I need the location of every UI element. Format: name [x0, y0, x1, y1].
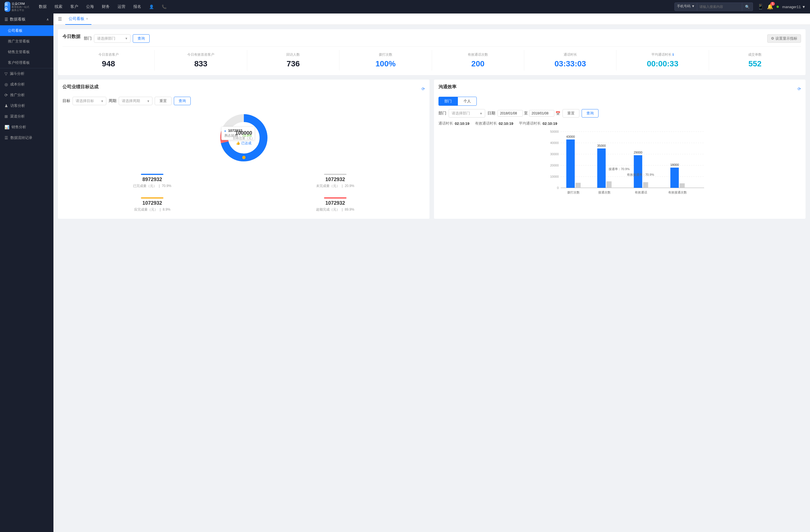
- search-type-select[interactable]: 手机号码 ▼: [675, 2, 697, 11]
- calendar-icon[interactable]: 📅: [555, 111, 560, 116]
- tablet-icon[interactable]: 📱: [757, 4, 764, 10]
- target-query-btn[interactable]: 查询: [174, 97, 191, 105]
- comm-tabs: 部门 个人: [438, 97, 801, 106]
- sidebar-item-data-flow[interactable]: ☰ 数据流转记录: [0, 132, 53, 143]
- svg-rect-18: [566, 139, 575, 188]
- sales-icon: 📊: [4, 125, 9, 129]
- cost-icon: ◎: [4, 82, 8, 87]
- comm-panel: 沟通效率 ⟳ 部门 个人 部门 请选择部门▾ 日期 至 📅 重置: [434, 80, 806, 219]
- stat-value-5: 03:33:03: [524, 59, 616, 68]
- bar-chart-svg: 50000 40000 30000 20000 10000 0: [453, 129, 801, 197]
- nav-customers[interactable]: 客户: [66, 0, 82, 14]
- comm-summary-2: 平均通话时长 02:10:19: [519, 121, 557, 126]
- period-label: 周期: [109, 98, 116, 103]
- comm-title: 沟通效率: [438, 84, 456, 90]
- sidebar-item-promo[interactable]: ⟳ 推广分析: [0, 90, 53, 100]
- user-info[interactable]: manager11 ▼: [782, 5, 806, 9]
- grid-bar-1: [324, 174, 346, 175]
- tab-company-board[interactable]: 公司看板 ×: [65, 14, 92, 25]
- comm-tab-dept[interactable]: 部门: [438, 97, 458, 106]
- svg-text:接通率：70.9%: 接通率：70.9%: [609, 167, 630, 171]
- date-from-input[interactable]: [498, 110, 523, 117]
- comm-dept-label: 部门: [438, 111, 446, 116]
- svg-rect-27: [643, 182, 648, 188]
- visitor-icon: ♟: [4, 103, 8, 108]
- nav-actions: 📱 🔔 5 manager11 ▼: [757, 4, 806, 10]
- sidebar-item-customer-board[interactable]: 客户经理看板: [0, 57, 53, 68]
- comm-query-btn[interactable]: 查询: [582, 109, 599, 118]
- comm-reset-btn[interactable]: 重置: [563, 109, 579, 118]
- nav-leads[interactable]: 线索: [51, 0, 66, 14]
- donut-center-value: 100000: [233, 130, 255, 136]
- nav-data[interactable]: 数据: [35, 0, 51, 14]
- dept-filter: 部门 请选择部门▾ 查询: [84, 34, 150, 43]
- sidebar-item-sales[interactable]: 📊 销售分析: [0, 122, 53, 132]
- search-input[interactable]: [697, 2, 742, 11]
- stat-value-2: 736: [247, 59, 339, 68]
- sidebar-item-channel[interactable]: ⊞ 渠道分析: [0, 111, 53, 122]
- svg-text:40000: 40000: [550, 141, 559, 145]
- stat-item-5: 通话时长 03:33:03: [524, 50, 616, 70]
- comm-summary: 通话时长 02:10:19 有效通话时长 02:10:19 平均通话时长 02:…: [438, 121, 801, 126]
- today-data-card: 今日数据 部门 请选择部门▾ 查询 ⚙ 设置显示指标 今日首咨客户 948: [58, 29, 806, 75]
- sidebar-section-dashboard: ☰ 数据看板 ∧ 公司看板 推广主管看板 销售主管看板 客户经理看板: [0, 14, 53, 68]
- nav-ops[interactable]: 运营: [114, 0, 129, 14]
- main-content: 今日数据 部门 请选择部门▾ 查询 ⚙ 设置显示指标 今日首咨客户 948: [53, 25, 810, 532]
- comm-summary-0: 通话时长 02:10:19: [438, 121, 469, 126]
- sidebar-header-dashboard[interactable]: ☰ 数据看板 ∧: [0, 14, 53, 25]
- nav-signup[interactable]: 报名: [129, 0, 145, 14]
- expand-icon: ∧: [46, 17, 49, 21]
- dept-select[interactable]: 请选择部门▾: [94, 34, 130, 43]
- svg-text:18000: 18000: [670, 163, 679, 166]
- nav-finance[interactable]: 财务: [98, 0, 114, 14]
- svg-text:50000: 50000: [550, 130, 559, 133]
- svg-text:30000: 30000: [550, 152, 559, 156]
- hamburger-icon[interactable]: ☰: [58, 16, 62, 22]
- nav-person-icon[interactable]: 👤: [145, 0, 158, 14]
- settings-btn[interactable]: ⚙ 设置显示指标: [767, 34, 801, 43]
- online-status: [777, 6, 779, 8]
- date-separator: 至: [524, 111, 528, 116]
- logo[interactable]: 云朵 云朵CRM 教育机构一站式服务云平台: [4, 2, 29, 12]
- search-button[interactable]: 🔍: [742, 2, 753, 11]
- stat-value-7: 552: [709, 59, 801, 68]
- tab-close-icon[interactable]: ×: [86, 17, 88, 21]
- sidebar-item-sales-board[interactable]: 销售主管看板: [0, 47, 53, 57]
- date-range: 至 📅: [498, 110, 560, 117]
- svg-point-5: [242, 156, 245, 159]
- sidebar-item-company-board[interactable]: 公司看板: [0, 25, 53, 36]
- grid-bar-3: [324, 197, 346, 199]
- stat-value-6: 00:00:33: [616, 59, 709, 68]
- logo-text: 云朵CRM 教育机构一站式服务云平台: [12, 2, 29, 12]
- comm-refresh-icon[interactable]: ⟳: [798, 87, 801, 91]
- sidebar-item-promo-board[interactable]: 推广主管看板: [0, 36, 53, 47]
- comm-dept-select[interactable]: 请选择部门▾: [449, 109, 485, 118]
- comm-panel-header: 沟通效率 ⟳: [438, 84, 801, 93]
- search-bar: 手机号码 ▼ 🔍: [675, 2, 753, 11]
- target-reset-btn[interactable]: 重置: [155, 97, 172, 105]
- donut-stats-grid: 8972932 已完成量（元） | 70.9% 1072932 未完成量（元） …: [62, 170, 425, 214]
- sidebar-item-visitor[interactable]: ♟ 访客分析: [0, 100, 53, 111]
- nav-items: 数据 线索 客户 公海 财务 运营 报名 👤 📞: [35, 0, 675, 14]
- notification-icon[interactable]: 🔔 5: [767, 4, 773, 10]
- settings-icon: ⚙: [771, 36, 774, 40]
- target-select[interactable]: 请选择目标▾: [72, 97, 106, 105]
- sidebar: ☰ 数据看板 ∧ 公司看板 推广主管看板 销售主管看板 客户经理看板 ▽ 漏斗分…: [0, 14, 53, 532]
- stat-item-4: 有效通话次数 200: [432, 50, 524, 70]
- nav-ocean[interactable]: 公海: [82, 0, 98, 14]
- target-refresh-icon[interactable]: ⟳: [422, 87, 425, 91]
- svg-rect-20: [576, 183, 581, 188]
- sidebar-item-cost[interactable]: ◎ 成本分析: [0, 79, 53, 90]
- sidebar-item-funnel[interactable]: ▽ 漏斗分析: [0, 68, 53, 79]
- donut-center-label: 目标总量（元）: [233, 136, 255, 140]
- stat-item-2: 回访人数 736: [247, 50, 339, 70]
- nav-phone-icon[interactable]: 📞: [158, 0, 171, 14]
- grid-item-0: 8972932 已完成量（元） | 70.9%: [62, 170, 242, 190]
- date-to-input[interactable]: [529, 110, 554, 117]
- today-query-btn[interactable]: 查询: [133, 34, 150, 43]
- period-select[interactable]: 请选择周期▾: [119, 97, 152, 105]
- top-navigation: 云朵 云朵CRM 教育机构一站式服务云平台 数据 线索 客户 公海 财务 运营 …: [0, 0, 810, 14]
- svg-rect-31: [680, 183, 685, 188]
- stat-value-0: 948: [62, 59, 155, 68]
- comm-tab-person[interactable]: 个人: [458, 97, 477, 106]
